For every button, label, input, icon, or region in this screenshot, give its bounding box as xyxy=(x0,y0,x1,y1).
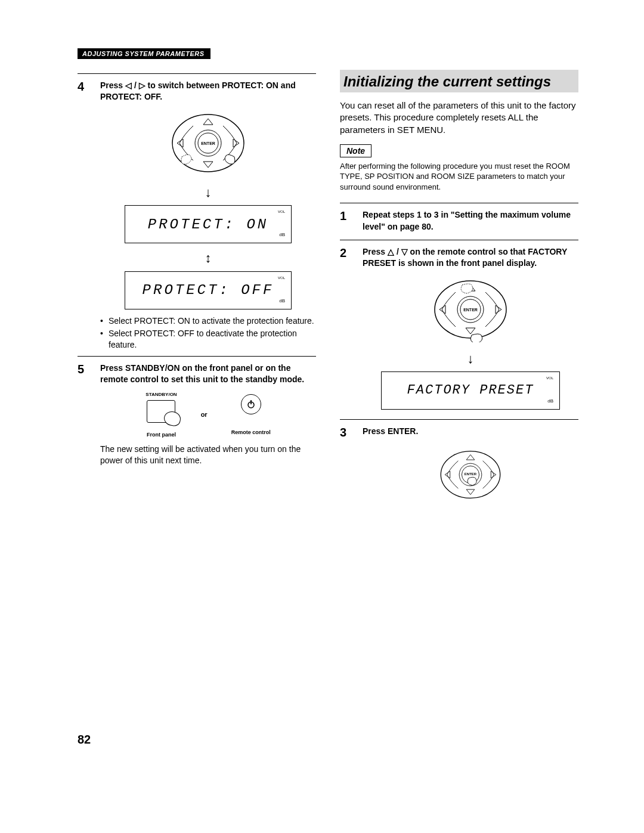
remote-enter-illustration: ENTER xyxy=(435,445,506,504)
step-heading: Press ENTER. xyxy=(363,426,578,437)
vol-indicator: VOL xyxy=(278,275,285,280)
chapter-header: ADJUSTING SYSTEM PARAMETERS xyxy=(78,48,210,59)
step-heading: Press ◁ / ▷ to switch between PROTECT: O… xyxy=(100,80,316,103)
section-title: Initializing the current settings xyxy=(340,70,578,92)
arrow-down-icon: ↓ xyxy=(100,184,316,202)
front-panel-caption: Front panel xyxy=(145,431,177,438)
svg-text:ENTER: ENTER xyxy=(463,308,478,312)
step-4: 4 Press ◁ / ▷ to switch between PROTECT:… xyxy=(78,73,316,352)
step-number: 4 xyxy=(78,80,91,352)
bullet-item: Select PROTECT: ON to activate the prote… xyxy=(100,315,316,327)
left-column: 4 Press ◁ / ▷ to switch between PROTECT:… xyxy=(78,70,316,512)
remote-control-caption: Remote control xyxy=(231,429,271,436)
lcd-protect-on: PROTECT: ON VOL dB xyxy=(125,205,292,243)
step-number: 5 xyxy=(78,363,91,475)
text: Press xyxy=(100,80,125,90)
lcd-protect-off: PROTECT: OFF VOL dB xyxy=(125,271,292,309)
lcd-text: PROTECT: ON xyxy=(148,215,268,234)
step-heading: Repeat steps 1 to 3 in "Setting the maxi… xyxy=(363,209,578,233)
lcd-factory-preset: FACTORY PRESET VOL dB xyxy=(381,371,560,410)
db-indicator: dB xyxy=(279,298,285,304)
step-number: 1 xyxy=(340,209,353,236)
power-icon xyxy=(241,394,261,414)
or-text: or xyxy=(201,410,208,419)
step-heading: Press STANDBY/ON on the front panel or o… xyxy=(100,363,316,386)
bullet-list: Select PROTECT: ON to activate the prote… xyxy=(100,315,316,351)
enter-label: ENTER xyxy=(201,141,215,145)
page-number: 82 xyxy=(78,733,578,747)
lcd-text: PROTECT: OFF xyxy=(143,280,274,300)
arrow-updown-icon: ↕ xyxy=(100,249,316,267)
step-number: 3 xyxy=(340,426,353,512)
step-3: 3 Press ENTER. ENTER xyxy=(340,419,578,512)
up-down-icon: △ / ▽ xyxy=(388,247,408,256)
front-panel-illustration: STANDBY/ON Front panel xyxy=(145,391,177,438)
bullet-item: Select PROTECT: OFF to deactivate the pr… xyxy=(100,328,316,351)
left-right-icon: ◁ / ▷ xyxy=(125,80,145,90)
step-1: 1 Repeat steps 1 to 3 in "Setting the ma… xyxy=(340,203,578,236)
step-2: 2 Press △ / ▽ on the remote control so t… xyxy=(340,240,578,416)
vol-indicator: VOL xyxy=(546,376,553,380)
step-number: 2 xyxy=(340,246,353,416)
db-indicator: dB xyxy=(279,231,285,238)
right-column: Initializing the current settings You ca… xyxy=(340,70,578,512)
intro-text: You can reset all of the parameters of t… xyxy=(340,100,578,136)
remote-dpad-illustration: ENTER xyxy=(429,277,512,342)
remote-button-illustration: Remote control xyxy=(231,394,271,436)
note-text: After performing the following procedure… xyxy=(340,161,578,193)
lcd-text: FACTORY PRESET xyxy=(407,382,534,400)
remote-dpad-illustration: ENTER xyxy=(166,110,250,176)
db-indicator: dB xyxy=(547,398,553,404)
arrow-down-icon: ↓ xyxy=(363,350,578,368)
vol-indicator: VOL xyxy=(278,209,285,214)
svg-text:ENTER: ENTER xyxy=(465,472,477,475)
note-label: Note xyxy=(340,144,371,157)
step-heading: Press △ / ▽ on the remote control so tha… xyxy=(363,246,578,270)
step-5: 5 Press STANDBY/ON on the front panel or… xyxy=(78,356,316,475)
step-body-text: The new setting will be activated when y… xyxy=(100,444,316,466)
standby-label: STANDBY/ON xyxy=(145,391,177,398)
text: Press xyxy=(363,247,388,256)
